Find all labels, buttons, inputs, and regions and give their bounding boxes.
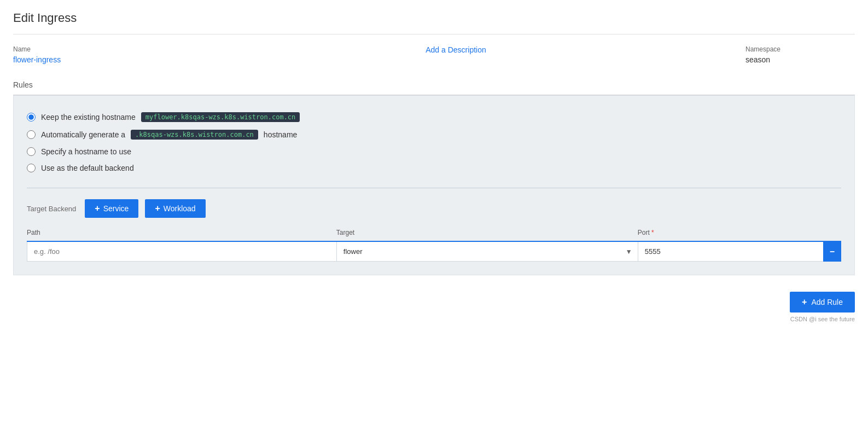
- options-divider: [27, 188, 841, 188]
- rules-card: Keep the existing hostname myflower.k8sq…: [13, 95, 855, 275]
- label-keep-existing[interactable]: Keep the existing hostname: [41, 113, 136, 121]
- meta-name-section: Name flower-ingress: [13, 45, 166, 64]
- namespace-value: season: [745, 55, 855, 64]
- hostname-badge-auto: .k8sqas-wzs.k8s.wistron.com.cn: [131, 130, 258, 140]
- path-input[interactable]: [27, 242, 336, 262]
- table-input-row: flower ▼ −: [27, 241, 841, 262]
- rules-section: Rules Keep the existing hostname myflowe…: [13, 80, 855, 275]
- col-port-label: Port: [638, 229, 650, 236]
- plus-icon-workload: +: [155, 204, 160, 213]
- col-path-header: Path: [27, 229, 336, 236]
- target-backend-label: Target Backend: [27, 205, 76, 213]
- hostname-options: Keep the existing hostname myflower.k8sq…: [27, 112, 841, 172]
- radio-auto-generate[interactable]: [27, 130, 36, 139]
- target-backend-row: Target Backend + Service + Workload: [27, 199, 841, 218]
- label-default-backend[interactable]: Use as the default backend: [41, 164, 134, 172]
- meta-namespace-section: Namespace season: [745, 45, 855, 64]
- namespace-label: Namespace: [745, 45, 855, 53]
- rules-section-title: Rules: [13, 80, 855, 89]
- page-title: Edit Ingress: [13, 11, 855, 25]
- footer-row: + Add Rule: [13, 286, 855, 313]
- port-required-indicator: *: [651, 229, 654, 236]
- radio-default-backend[interactable]: [27, 164, 36, 172]
- col-target-header: Target: [336, 229, 638, 236]
- radio-keep-existing[interactable]: [27, 113, 36, 121]
- workload-button-label: Workload: [164, 204, 196, 213]
- radio-specify-hostname[interactable]: [27, 147, 36, 156]
- plus-icon-service: +: [95, 204, 100, 213]
- top-divider: [13, 34, 855, 34]
- radio-row-specify: Specify a hostname to use: [27, 147, 841, 156]
- name-label: Name: [13, 45, 166, 53]
- radio-row-keep: Keep the existing hostname myflower.k8sq…: [27, 112, 841, 122]
- service-button[interactable]: + Service: [85, 199, 138, 218]
- remove-row-button[interactable]: −: [823, 242, 841, 262]
- target-select-wrapper: flower ▼: [336, 242, 638, 262]
- label-auto-generate[interactable]: Automatically generate a: [41, 130, 125, 139]
- table-header-row: Path Target Port *: [27, 229, 841, 236]
- page-container: Edit Ingress Name flower-ingress Add a D…: [0, 0, 868, 333]
- add-rule-label: Add Rule: [811, 298, 843, 306]
- watermark: CSDN @i see the future: [13, 316, 855, 322]
- hostname-badge-existing: myflower.k8sqas-wzs.k8s.wistron.com.cn: [141, 112, 300, 122]
- add-description-link[interactable]: Add a Description: [426, 45, 486, 54]
- plus-icon-add-rule: +: [802, 297, 807, 307]
- service-button-label: Service: [103, 204, 129, 213]
- col-port-header: Port *: [638, 229, 841, 236]
- meta-row: Name flower-ingress Add a Description Na…: [13, 45, 855, 64]
- workload-button[interactable]: + Workload: [145, 199, 205, 218]
- radio-row-auto: Automatically generate a .k8sqas-wzs.k8s…: [27, 130, 841, 140]
- meta-description-section: Add a Description: [166, 45, 745, 54]
- radio-row-default: Use as the default backend: [27, 164, 841, 172]
- hostname-suffix: hostname: [264, 130, 297, 139]
- port-input[interactable]: [638, 242, 823, 262]
- label-specify-hostname[interactable]: Specify a hostname to use: [41, 147, 131, 156]
- name-value: flower-ingress: [13, 55, 166, 64]
- add-rule-button[interactable]: + Add Rule: [790, 292, 855, 313]
- target-select[interactable]: flower: [336, 242, 638, 262]
